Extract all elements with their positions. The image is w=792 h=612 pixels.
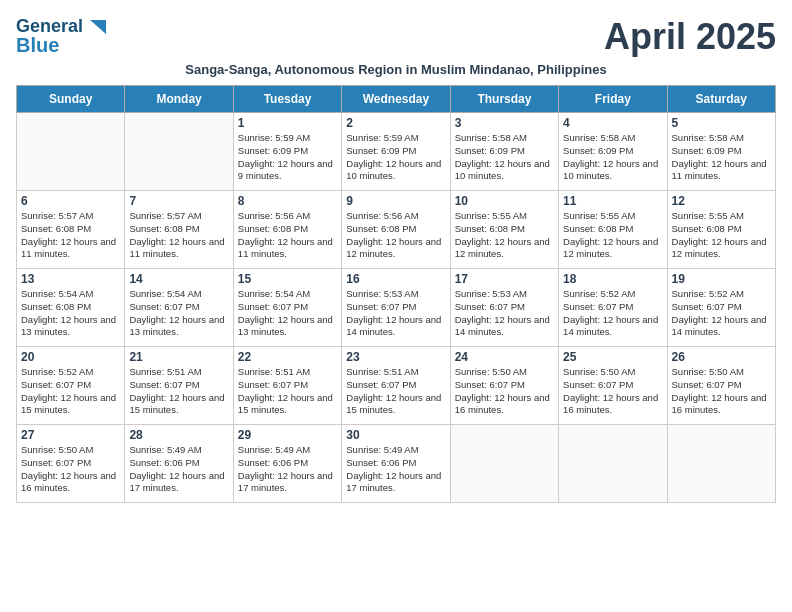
weekday-header-tuesday: Tuesday: [233, 86, 341, 113]
day-info: Sunrise: 5:51 AM Sunset: 6:07 PM Dayligh…: [238, 366, 337, 417]
weekday-header-wednesday: Wednesday: [342, 86, 450, 113]
calendar-cell: [17, 113, 125, 191]
day-number: 12: [672, 194, 771, 208]
day-info: Sunrise: 5:52 AM Sunset: 6:07 PM Dayligh…: [672, 288, 771, 339]
day-number: 2: [346, 116, 445, 130]
day-number: 19: [672, 272, 771, 286]
day-info: Sunrise: 5:50 AM Sunset: 6:07 PM Dayligh…: [21, 444, 120, 495]
calendar-cell: 12Sunrise: 5:55 AM Sunset: 6:08 PM Dayli…: [667, 191, 775, 269]
day-info: Sunrise: 5:54 AM Sunset: 6:08 PM Dayligh…: [21, 288, 120, 339]
calendar-cell: 11Sunrise: 5:55 AM Sunset: 6:08 PM Dayli…: [559, 191, 667, 269]
day-number: 29: [238, 428, 337, 442]
calendar-cell: 1Sunrise: 5:59 AM Sunset: 6:09 PM Daylig…: [233, 113, 341, 191]
day-number: 17: [455, 272, 554, 286]
day-number: 5: [672, 116, 771, 130]
calendar-cell: 29Sunrise: 5:49 AM Sunset: 6:06 PM Dayli…: [233, 425, 341, 503]
calendar-cell: 3Sunrise: 5:58 AM Sunset: 6:09 PM Daylig…: [450, 113, 558, 191]
day-number: 16: [346, 272, 445, 286]
calendar-cell: 2Sunrise: 5:59 AM Sunset: 6:09 PM Daylig…: [342, 113, 450, 191]
day-info: Sunrise: 5:57 AM Sunset: 6:08 PM Dayligh…: [129, 210, 228, 261]
calendar-cell: 27Sunrise: 5:50 AM Sunset: 6:07 PM Dayli…: [17, 425, 125, 503]
day-info: Sunrise: 5:53 AM Sunset: 6:07 PM Dayligh…: [455, 288, 554, 339]
day-number: 7: [129, 194, 228, 208]
day-info: Sunrise: 5:49 AM Sunset: 6:06 PM Dayligh…: [346, 444, 445, 495]
day-number: 22: [238, 350, 337, 364]
day-info: Sunrise: 5:55 AM Sunset: 6:08 PM Dayligh…: [672, 210, 771, 261]
day-info: Sunrise: 5:58 AM Sunset: 6:09 PM Dayligh…: [672, 132, 771, 183]
day-number: 20: [21, 350, 120, 364]
weekday-header-monday: Monday: [125, 86, 233, 113]
day-number: 25: [563, 350, 662, 364]
calendar-cell: 18Sunrise: 5:52 AM Sunset: 6:07 PM Dayli…: [559, 269, 667, 347]
day-info: Sunrise: 5:55 AM Sunset: 6:08 PM Dayligh…: [563, 210, 662, 261]
calendar-cell: 10Sunrise: 5:55 AM Sunset: 6:08 PM Dayli…: [450, 191, 558, 269]
day-number: 21: [129, 350, 228, 364]
svg-marker-0: [90, 20, 106, 34]
calendar-subtitle: Sanga-Sanga, Autonomous Region in Muslim…: [16, 62, 776, 77]
day-number: 18: [563, 272, 662, 286]
calendar-table: SundayMondayTuesdayWednesdayThursdayFrid…: [16, 85, 776, 503]
day-number: 3: [455, 116, 554, 130]
calendar-cell: [450, 425, 558, 503]
weekday-header-thursday: Thursday: [450, 86, 558, 113]
calendar-cell: 7Sunrise: 5:57 AM Sunset: 6:08 PM Daylig…: [125, 191, 233, 269]
day-info: Sunrise: 5:49 AM Sunset: 6:06 PM Dayligh…: [129, 444, 228, 495]
day-info: Sunrise: 5:51 AM Sunset: 6:07 PM Dayligh…: [346, 366, 445, 417]
calendar-cell: 28Sunrise: 5:49 AM Sunset: 6:06 PM Dayli…: [125, 425, 233, 503]
day-number: 26: [672, 350, 771, 364]
day-info: Sunrise: 5:49 AM Sunset: 6:06 PM Dayligh…: [238, 444, 337, 495]
calendar-header: SundayMondayTuesdayWednesdayThursdayFrid…: [17, 86, 776, 113]
calendar-cell: 8Sunrise: 5:56 AM Sunset: 6:08 PM Daylig…: [233, 191, 341, 269]
logo-blue: Blue: [16, 34, 108, 56]
day-number: 24: [455, 350, 554, 364]
week-row-1: 1Sunrise: 5:59 AM Sunset: 6:09 PM Daylig…: [17, 113, 776, 191]
week-row-3: 13Sunrise: 5:54 AM Sunset: 6:08 PM Dayli…: [17, 269, 776, 347]
week-row-5: 27Sunrise: 5:50 AM Sunset: 6:07 PM Dayli…: [17, 425, 776, 503]
week-row-2: 6Sunrise: 5:57 AM Sunset: 6:08 PM Daylig…: [17, 191, 776, 269]
day-info: Sunrise: 5:56 AM Sunset: 6:08 PM Dayligh…: [238, 210, 337, 261]
day-number: 28: [129, 428, 228, 442]
weekday-header-saturday: Saturday: [667, 86, 775, 113]
day-info: Sunrise: 5:52 AM Sunset: 6:07 PM Dayligh…: [21, 366, 120, 417]
calendar-cell: 20Sunrise: 5:52 AM Sunset: 6:07 PM Dayli…: [17, 347, 125, 425]
day-info: Sunrise: 5:59 AM Sunset: 6:09 PM Dayligh…: [346, 132, 445, 183]
calendar-cell: 17Sunrise: 5:53 AM Sunset: 6:07 PM Dayli…: [450, 269, 558, 347]
calendar-cell: 16Sunrise: 5:53 AM Sunset: 6:07 PM Dayli…: [342, 269, 450, 347]
day-number: 9: [346, 194, 445, 208]
calendar-body: 1Sunrise: 5:59 AM Sunset: 6:09 PM Daylig…: [17, 113, 776, 503]
day-number: 6: [21, 194, 120, 208]
calendar-cell: 22Sunrise: 5:51 AM Sunset: 6:07 PM Dayli…: [233, 347, 341, 425]
calendar-cell: 14Sunrise: 5:54 AM Sunset: 6:07 PM Dayli…: [125, 269, 233, 347]
day-info: Sunrise: 5:59 AM Sunset: 6:09 PM Dayligh…: [238, 132, 337, 183]
calendar-cell: 15Sunrise: 5:54 AM Sunset: 6:07 PM Dayli…: [233, 269, 341, 347]
day-number: 14: [129, 272, 228, 286]
month-title: April 2025: [604, 16, 776, 58]
day-number: 27: [21, 428, 120, 442]
day-info: Sunrise: 5:53 AM Sunset: 6:07 PM Dayligh…: [346, 288, 445, 339]
calendar-cell: 13Sunrise: 5:54 AM Sunset: 6:08 PM Dayli…: [17, 269, 125, 347]
calendar-cell: 26Sunrise: 5:50 AM Sunset: 6:07 PM Dayli…: [667, 347, 775, 425]
weekday-header-sunday: Sunday: [17, 86, 125, 113]
day-number: 8: [238, 194, 337, 208]
day-info: Sunrise: 5:56 AM Sunset: 6:08 PM Dayligh…: [346, 210, 445, 261]
day-info: Sunrise: 5:58 AM Sunset: 6:09 PM Dayligh…: [455, 132, 554, 183]
day-number: 4: [563, 116, 662, 130]
header: General Blue April 2025: [16, 16, 776, 58]
day-info: Sunrise: 5:55 AM Sunset: 6:08 PM Dayligh…: [455, 210, 554, 261]
calendar-cell: 9Sunrise: 5:56 AM Sunset: 6:08 PM Daylig…: [342, 191, 450, 269]
day-info: Sunrise: 5:54 AM Sunset: 6:07 PM Dayligh…: [129, 288, 228, 339]
logo: General Blue: [16, 16, 108, 56]
day-number: 1: [238, 116, 337, 130]
day-info: Sunrise: 5:50 AM Sunset: 6:07 PM Dayligh…: [563, 366, 662, 417]
calendar-cell: [125, 113, 233, 191]
calendar-cell: 6Sunrise: 5:57 AM Sunset: 6:08 PM Daylig…: [17, 191, 125, 269]
day-number: 15: [238, 272, 337, 286]
calendar-cell: 21Sunrise: 5:51 AM Sunset: 6:07 PM Dayli…: [125, 347, 233, 425]
calendar-cell: [667, 425, 775, 503]
day-info: Sunrise: 5:50 AM Sunset: 6:07 PM Dayligh…: [455, 366, 554, 417]
day-number: 11: [563, 194, 662, 208]
calendar-cell: 24Sunrise: 5:50 AM Sunset: 6:07 PM Dayli…: [450, 347, 558, 425]
day-info: Sunrise: 5:57 AM Sunset: 6:08 PM Dayligh…: [21, 210, 120, 261]
day-number: 13: [21, 272, 120, 286]
day-number: 23: [346, 350, 445, 364]
